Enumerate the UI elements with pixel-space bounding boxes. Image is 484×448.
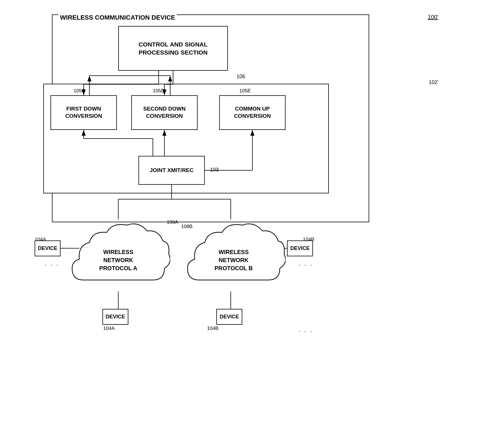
cloud-network-b: WIRELESS NETWORK PROTOCOL B <box>182 216 286 297</box>
svg-text:NETWORK: NETWORK <box>103 257 133 263</box>
ref-108a: 108A <box>167 219 178 225</box>
ref-104b-2: 104B <box>207 326 219 331</box>
fdc-box: FIRST DOWN CONVERSION <box>50 95 117 130</box>
csp-box: CONTROL AND SIGNAL PROCESSING SECTION <box>118 26 228 71</box>
cloud-network-a: WIRELESS NETWORK PROTOCOL A <box>66 216 170 297</box>
dots-right-upper: . . . <box>299 260 313 267</box>
sdc-label: SECOND DOWN CONVERSION <box>132 105 197 120</box>
ref-102: 102' <box>429 79 438 85</box>
ref-104b-1: 104B <box>303 237 314 242</box>
device-left-upper: DEVICE <box>35 240 61 256</box>
svg-text:WIRELESS: WIRELESS <box>219 249 249 255</box>
csp-label: CONTROL AND SIGNAL PROCESSING SECTION <box>119 40 227 56</box>
diagram-container: WIRELESS COMMUNICATION DEVICE 100' CONTR… <box>29 9 447 436</box>
ref-106: 106 <box>237 74 245 80</box>
cuc-label: COMMON UP CONVERSION <box>220 105 285 120</box>
device-label-right-upper: DEVICE <box>290 245 309 251</box>
sdc-box: SECOND DOWN CONVERSION <box>131 95 198 130</box>
device-title: WIRELESS COMMUNICATION DEVICE <box>58 14 177 22</box>
device-label-left-lower: DEVICE <box>106 314 125 320</box>
ref-108b: 108B <box>181 224 193 229</box>
svg-text:PROTOCOL B: PROTOCOL B <box>215 265 253 271</box>
ref-100: 100' <box>428 14 438 20</box>
fdc-label: FIRST DOWN CONVERSION <box>51 105 116 120</box>
device-right-lower: DEVICE <box>216 309 242 325</box>
dots-left-upper: . . . <box>45 260 59 267</box>
device-right-upper: DEVICE <box>287 240 313 256</box>
ref-104a-1: 104A <box>35 237 46 242</box>
label-105d: 105D <box>153 88 165 94</box>
device-label-left-upper: DEVICE <box>38 245 57 251</box>
svg-text:WIRELESS: WIRELESS <box>103 249 133 255</box>
joint-label: JOINT XMIT/REC <box>150 167 194 174</box>
svg-text:PROTOCOL A: PROTOCOL A <box>99 265 137 271</box>
ref-104a-2: 104A <box>103 326 115 331</box>
label-105e: 105E <box>239 88 251 94</box>
label-105c: 105C <box>74 88 85 94</box>
ref-103: 103 <box>210 167 219 173</box>
svg-text:NETWORK: NETWORK <box>219 257 249 263</box>
cuc-box: COMMON UP CONVERSION <box>219 95 286 130</box>
device-label-right-lower: DEVICE <box>220 314 239 320</box>
dots-right-lower: . . . <box>299 326 313 334</box>
joint-xmit-rec-box: JOINT XMIT/REC <box>138 156 205 185</box>
device-left-lower: DEVICE <box>102 309 128 325</box>
